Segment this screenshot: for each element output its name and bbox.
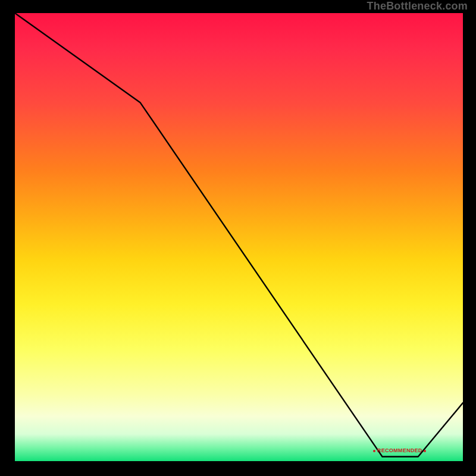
annotation-label: RECOMMENDED xyxy=(377,447,422,453)
watermark-text: TheBottleneck.com xyxy=(367,0,468,12)
annotation-dot-right xyxy=(424,450,426,452)
chart-frame: TheBottleneck.com RECOMMENDED xyxy=(0,0,476,476)
line-chart-svg xyxy=(15,13,463,461)
plot-area: RECOMMENDED xyxy=(15,13,463,461)
recommended-annotation: RECOMMENDED xyxy=(373,447,426,453)
annotation-dot-left xyxy=(373,450,375,452)
bottleneck-curve xyxy=(15,13,463,457)
